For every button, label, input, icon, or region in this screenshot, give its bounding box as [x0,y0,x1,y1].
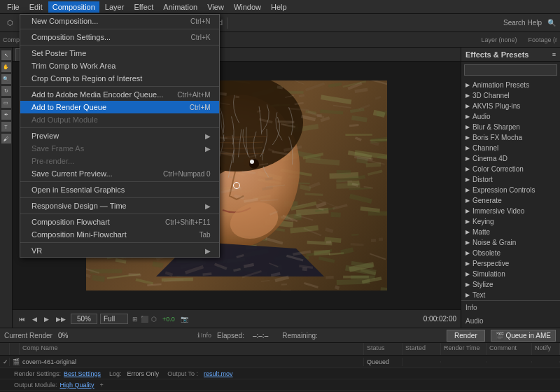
play-pause-btn[interactable]: ▶ [42,315,51,323]
current-render-label: Current Render [4,332,52,340]
menu-set-poster-time[interactable]: Set Poster Time [20,47,219,59]
add-output-btn[interactable]: + [100,382,104,388]
row-started [402,361,441,363]
category-boris-fx[interactable]: ▶Boris FX Mocha [461,132,560,143]
viewer-time: 0:00:02:00 [424,315,456,323]
output-to-value[interactable]: result.mov [204,370,233,377]
category-distort[interactable]: ▶Distort [461,174,560,185]
prev-frame-btn[interactable]: ◀ [30,315,39,323]
footage-label: Footage (r [528,36,557,43]
category-perspective[interactable]: ▶Perspective [461,258,560,269]
menu-add-to-ame[interactable]: Add to Adobe Media Encoder Queue... Ctrl… [20,88,219,101]
menu-new-composition[interactable]: New Composition... Ctrl+N [20,15,219,27]
category-expression-controls[interactable]: ▶Expression Controls [461,185,560,195]
category-channel[interactable]: ▶Channel [461,143,560,153]
row-comp-name: covern-461-original [20,358,364,366]
menu-animation[interactable]: Animation [159,1,202,13]
composition-menu: New Composition... Ctrl+N Composition Se… [20,14,220,258]
category-text[interactable]: ▶Text [461,290,560,300]
output-module-value[interactable]: High Quality [60,382,94,388]
menu-layer[interactable]: Layer [101,1,129,13]
tool-shape[interactable]: ▭ [1,98,11,108]
tool-text[interactable]: T [1,122,11,132]
log-value: Errors Only [127,370,160,377]
render-settings-row: Render Settings: Best Settings Log: Erro… [0,368,560,379]
menu-help[interactable]: Help [267,1,291,13]
tool-rotate[interactable]: ↻ [1,86,11,96]
menu-responsive-design[interactable]: Responsive Design — Time ▶ [20,200,219,212]
panel-menu-icon[interactable]: ≡ [552,51,556,58]
menu-pre-render: Pre-render... [20,155,219,167]
category-akvis[interactable]: ▶AKVIS Plug-ins [461,101,560,111]
category-immersive-video[interactable]: ▶Immersive Video [461,206,560,216]
queue-ame-button[interactable]: 🎬 Queue in AME [491,330,556,342]
play-btn[interactable]: ⏮ [17,315,27,323]
menu-view[interactable]: View [203,1,228,13]
tool-brush[interactable]: 🖌 [1,134,11,144]
composition-dropdown: New Composition... Ctrl+N Composition Se… [20,14,220,258]
category-generate[interactable]: ▶Generate [461,195,560,206]
grid-icon[interactable]: ⊞ [132,316,138,323]
green-value: +0.0 [162,316,175,323]
menu-effect[interactable]: Effect [130,1,158,13]
menu-save-current-preview[interactable]: Save Current Preview... Ctrl+Numpad 0 [20,167,219,180]
tool-select[interactable]: ↖ [1,50,11,60]
toolbar-sep-5 [227,18,227,29]
category-animation-presets[interactable]: ▶Animation Presets [461,80,560,90]
category-matte[interactable]: ▶Matte [461,227,560,237]
quality-selector[interactable]: Full [100,314,128,324]
category-obsolete[interactable]: ▶Obsolete [461,248,560,258]
tool-hand[interactable]: ✋ [1,62,11,72]
tool-zoom[interactable]: 🔍 [1,74,11,84]
col-comment: Comment [486,343,532,355]
menu-mini-flowchart[interactable]: Composition Mini-Flowchart Tab [20,228,219,241]
menu-edit[interactable]: Edit [25,1,47,13]
menu-composition[interactable]: Composition [48,1,99,13]
output-module-row: Output Module: High Quality + [0,379,560,391]
menu-open-essential-graphics[interactable]: Open in Essential Graphics [20,183,219,196]
menu-add-output-module: Add Output Module [20,113,219,126]
toolbar-btn-1[interactable]: ⬡ [4,18,16,28]
category-blur-sharpen[interactable]: ▶Blur & Sharpen [461,122,560,132]
snapshot-icon[interactable]: 📷 [181,316,188,323]
menu-preview[interactable]: Preview ▶ [20,130,219,142]
render-settings-value[interactable]: Best Settings [64,370,101,377]
category-3d-channel[interactable]: ▶3D Channel [461,90,560,101]
menu-file[interactable]: File [3,1,24,13]
category-keying[interactable]: ▶Keying [461,216,560,227]
render-table-header: Comp Name Status Started Render Time Com… [0,343,560,356]
info-btn[interactable]: ℹ Info [197,332,212,339]
menu-save-frame: Save Frame As ▶ [20,142,219,155]
menu-comp-settings[interactable]: Composition Settings... Ctrl+K [20,31,219,43]
menu-crop-comp[interactable]: Crop Comp to Region of Interest [20,72,219,85]
col-comp-name: Comp Name [20,343,364,355]
zoom-selector[interactable]: 50% [71,314,97,324]
effects-presets-panel: Effects & Presets ≡ ▶Animation Presets ▶… [461,48,560,328]
audio-section[interactable]: Audio [461,314,560,328]
menu-trim-comp[interactable]: Trim Comp to Work Area [20,59,219,72]
category-stylize[interactable]: ▶Stylize [461,279,560,290]
category-simulation[interactable]: ▶Simulation [461,269,560,279]
row-render-time [441,361,486,363]
col-status: Status [364,343,402,355]
category-audio[interactable]: ▶Audio [461,111,560,122]
next-frame-btn[interactable]: ▶▶ [54,315,68,323]
tool-pen[interactable]: ✒ [1,110,11,120]
left-tools-panel: ↖ ✋ 🔍 ↻ ▭ ✒ T 🖌 [0,48,13,328]
search-help-icon[interactable]: 🔍 [547,19,556,27]
comp-flow-icon[interactable]: ⬡ [151,316,157,323]
category-noise-grain[interactable]: ▶Noise & Grain [461,237,560,248]
render-button[interactable]: Render [447,330,485,342]
menu-window[interactable]: Window [230,1,265,13]
menu-add-to-render-queue[interactable]: Add to Render Queue Ctrl+M [20,101,219,113]
menu-vr[interactable]: VR ▶ [20,244,219,257]
layer-label: Layer (none) [481,36,517,43]
render-row-0[interactable]: ✓ 🎬 covern-461-original Queued [0,356,560,368]
info-section[interactable]: Info [461,301,560,314]
category-color-correction[interactable]: ▶Color Correction [461,164,560,174]
output-to-label: Output To : [167,370,198,377]
effects-search-input[interactable] [464,64,557,76]
menu-flowchart[interactable]: Composition Flowchart Ctrl+Shift+F11 [20,216,219,228]
toggle-transparency-icon[interactable]: ⬛ [141,316,148,323]
category-cinema4d[interactable]: ▶Cinema 4D [461,153,560,164]
